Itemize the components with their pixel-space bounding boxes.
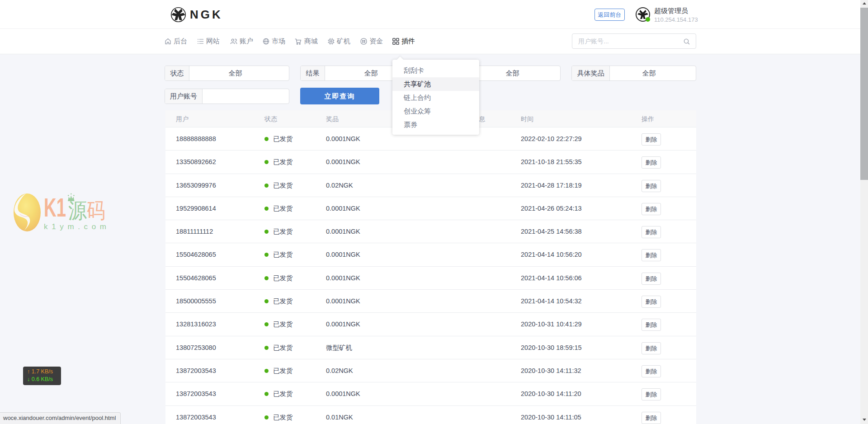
svg-text:源: 源 bbox=[68, 198, 87, 222]
svg-text:K1: K1 bbox=[44, 193, 66, 222]
svg-text:k1ym.com: k1ym.com bbox=[44, 222, 106, 231]
svg-text:码: 码 bbox=[87, 198, 105, 222]
